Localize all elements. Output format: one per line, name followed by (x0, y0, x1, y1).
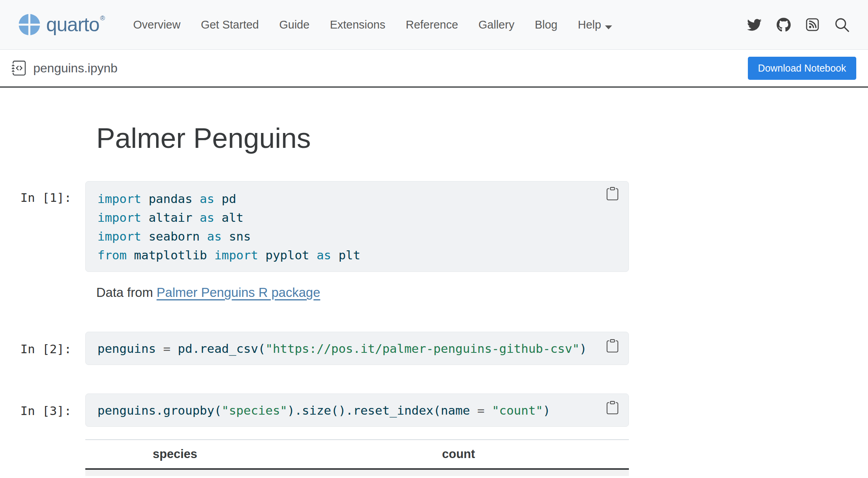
notebook-header: penguins.ipynb Download Notebook (0, 50, 868, 88)
journal-code-icon (12, 61, 27, 75)
rss-icon[interactable] (806, 18, 819, 31)
page-title: Palmer Penguins (96, 122, 311, 154)
nav-item-guide[interactable]: Guide (279, 18, 309, 31)
table-header-row: species count (85, 440, 629, 470)
copy-code-button[interactable] (604, 338, 621, 354)
brand-logo[interactable]: quarto ® (18, 13, 105, 36)
quarto-logo-icon (18, 13, 41, 36)
clipboard-icon (606, 401, 619, 414)
notebook-filename: penguins.ipynb (33, 61, 117, 75)
table-header-count: count (265, 447, 629, 461)
nav-item-extensions[interactable]: Extensions (330, 18, 385, 31)
code-cell-1: import pandas as pdimport altair as alti… (85, 181, 629, 272)
search-icon[interactable] (834, 17, 850, 33)
paragraph-text: Data from (96, 285, 157, 300)
navbar-social-icons (747, 17, 850, 33)
nav-item-help-label: Help (578, 18, 601, 31)
chevron-down-icon (605, 25, 612, 29)
code-cell-1-source: import pandas as pdimport altair as alti… (86, 181, 628, 272)
code-cell-3-source: penguins.groupby("species").size().reset… (86, 401, 562, 420)
registered-trademark: ® (100, 14, 105, 22)
notebook-file: penguins.ipynb (12, 61, 117, 75)
code-cell-2-source: penguins = pd.read_csv("https://pos.it/p… (86, 339, 599, 358)
code-cell-3: penguins.groupby("species").size().reset… (85, 394, 629, 427)
nav-item-reference[interactable]: Reference (406, 18, 458, 31)
github-icon[interactable] (776, 18, 791, 32)
copy-code-button[interactable] (604, 185, 621, 202)
navbar: quarto ® Overview Get Started Guide Exte… (0, 0, 868, 50)
nav-item-blog[interactable]: Blog (535, 18, 557, 31)
nav-item-get-started[interactable]: Get Started (201, 18, 259, 31)
table-row (85, 470, 629, 476)
nav-links: Overview Get Started Guide Extensions Re… (133, 18, 612, 31)
cell-input-label-1: In [1]: (20, 190, 72, 205)
palmer-penguins-link[interactable]: Palmer Penguins R package (157, 285, 320, 300)
twitter-icon[interactable] (747, 18, 762, 32)
dataframe-table: species count (85, 439, 629, 476)
clipboard-icon (606, 187, 619, 200)
data-source-paragraph: Data from Palmer Penguins R package (96, 285, 320, 300)
cell-input-label-3: In [3]: (20, 404, 72, 418)
download-notebook-button[interactable]: Download Notebook (748, 57, 856, 80)
nav-item-gallery[interactable]: Gallery (479, 18, 515, 31)
notebook-content: Palmer Penguins In [1]: import pandas as… (0, 88, 868, 478)
clipboard-icon (606, 339, 619, 352)
nav-item-overview[interactable]: Overview (133, 18, 180, 31)
copy-code-button[interactable] (604, 399, 621, 416)
cell-input-label-2: In [2]: (20, 342, 72, 356)
table-header-species: species (85, 447, 265, 461)
nav-item-help[interactable]: Help (578, 18, 612, 31)
code-cell-2: penguins = pd.read_csv("https://pos.it/p… (85, 332, 629, 365)
brand-wordmark: quarto (46, 15, 99, 34)
